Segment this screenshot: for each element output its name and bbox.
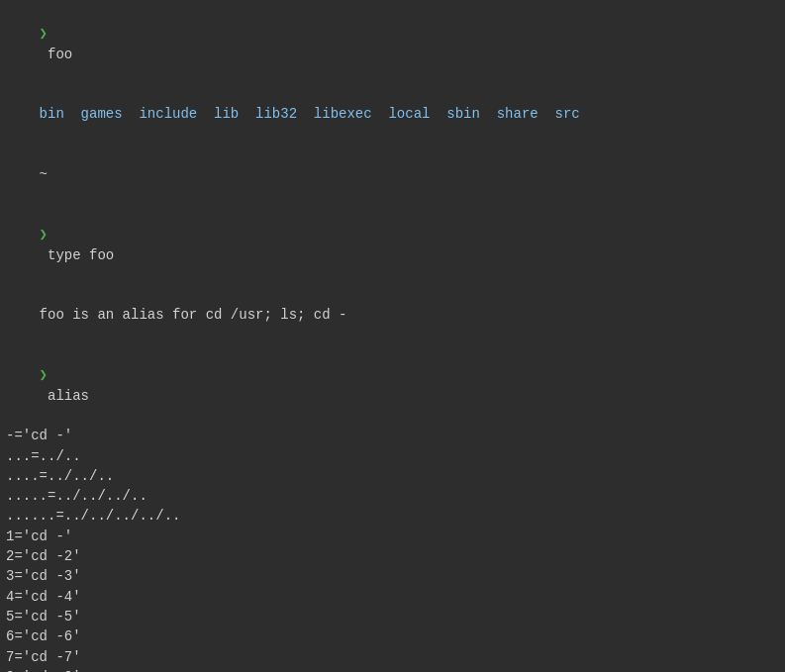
alias-line-11: 6='cd -6' [6,626,779,646]
alias-line-13: 8='cd -8' [6,667,779,672]
command-alias: alias [40,388,89,404]
dir-listing: bin games include lib lib32 libexec loca… [40,106,580,122]
prompt-symbol-3: ❯ [40,367,48,383]
terminal-line-6: ❯ alias [6,345,779,426]
command-foo: foo [40,47,73,62]
terminal-line-4: ❯ type foo [6,205,779,285]
alias-line-4: .....=../../../.. [6,486,779,506]
terminal-line-5: foo is an alias for cd /usr; ls; cd - [6,285,779,345]
alias-line-5: ......=../../../../.. [6,506,779,526]
alias-line-10: 5='cd -5' [6,607,779,626]
alias-line-1: -='cd -' [6,426,779,445]
alias-line-3: ....=../../.. [6,466,779,486]
type-foo-output: foo is an alias for cd /usr; ls; cd - [40,307,347,323]
terminal-line-3: ~ [6,144,779,205]
alias-line-2: ...=../.. [6,446,779,466]
alias-line-7: 2='cd -2' [6,546,779,566]
terminal-line-1: ❯ foo [6,4,779,84]
prompt-symbol-2: ❯ [40,227,48,242]
terminal-line-2: bin games include lib lib32 libexec loca… [6,84,779,144]
alias-line-6: 1='cd -' [6,527,779,546]
terminal-window: ❯ foo bin games include lib lib32 libexe… [0,0,785,672]
alias-line-8: 3='cd -3' [6,566,779,586]
alias-line-12: 7='cd -7' [6,647,779,667]
tilde-output: ~ [40,166,48,182]
prompt-symbol-1: ❯ [40,26,48,42]
command-type-foo: type foo [40,247,115,263]
alias-line-9: 4='cd -4' [6,587,779,607]
